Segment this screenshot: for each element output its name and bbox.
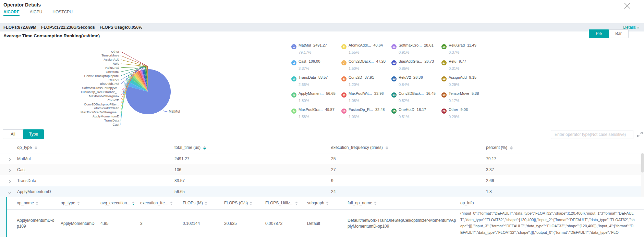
- legend-op-percent: 1.58%: [291, 115, 335, 119]
- legend-op-value: 37.91: [365, 75, 374, 79]
- detail-col-op-info[interactable]: op_info: [460, 201, 474, 205]
- close-icon[interactable]: [623, 2, 631, 10]
- detail-col-flops-gs[interactable]: FLOPS (G/s): [224, 201, 252, 205]
- detail-col-op-type[interactable]: op_type: [61, 201, 80, 205]
- legend-op-value: 33.96: [374, 91, 384, 95]
- expand-chevron-icon[interactable]: [8, 157, 12, 161]
- legend-rank-badge: 12: [391, 60, 397, 65]
- tab-aicpu[interactable]: AICPU: [30, 10, 42, 16]
- detail-cell-execution-frequency: 3: [140, 210, 143, 237]
- cell-total-time: 83.57: [174, 178, 185, 183]
- legend-item-TensorMove[interactable]: 19TensorMove5.380.17%: [441, 91, 479, 103]
- legend-item-BiasAddGrad[interactable]: 12BiasAddGra...26.730.85%: [391, 59, 434, 71]
- tab-aicore[interactable]: AICORE: [3, 10, 20, 16]
- fullscreen-icon[interactable]: [637, 131, 643, 138]
- sort-icon: [326, 202, 329, 205]
- legend-item-Conv2D[interactable]: 8Conv2D37.911.20%: [341, 75, 374, 87]
- pie-label-Conv2D: Conv2D: [108, 98, 119, 102]
- collapse-chevron-icon[interactable]: [8, 190, 12, 194]
- legend-rank-badge: 2: [291, 60, 296, 65]
- legend-item-SoftmaxCrossEntropyW...[interactable]: 11SoftmaxCro...28.610.91%: [391, 43, 434, 54]
- pie-label-BiasAddGrad: BiasAddGrad: [100, 82, 119, 86]
- legend-item-Cast[interactable]: 2Cast106.003.37%: [291, 59, 320, 71]
- legend-item-Other[interactable]: 20Other9.030.29%: [441, 107, 468, 119]
- filter-type-button[interactable]: Type: [23, 129, 44, 139]
- legend-item-ApplyMomentumD[interactable]: 4ApplyMomen...56.651.80%: [291, 91, 336, 103]
- bar-toggle-button[interactable]: Bar: [609, 29, 629, 38]
- legend-rank-badge: 3: [291, 76, 296, 81]
- legend-rank-badge: 14: [391, 92, 397, 98]
- legend-item-MaxPoolWithArgmax[interactable]: 9MaxPoolWit...33.961.08%: [341, 91, 384, 103]
- legend-rank-badge: 19: [441, 92, 447, 98]
- legend-op-name: TransData: [299, 75, 316, 79]
- legend-rank-badge: 5: [291, 109, 296, 114]
- legend-rank-badge: 9: [341, 92, 347, 98]
- detail-cell-subgraph: Default: [307, 210, 320, 237]
- sort-icon: [36, 202, 38, 205]
- legend-item-AssignAdd[interactable]: 18AssignAdd9.150.29%: [441, 75, 476, 87]
- legend-op-name: BiasAddGra...: [399, 59, 422, 63]
- legend-op-value: 48.64: [373, 43, 383, 47]
- legend-item-Relu[interactable]: 17Relu9.770.31%: [441, 59, 466, 71]
- cell-op-type: Cast: [17, 167, 26, 172]
- expand-chevron-icon[interactable]: [8, 168, 12, 172]
- legend-op-name: FusionOp_R...: [349, 107, 373, 112]
- table-row-transdata[interactable]: TransData 83.57 9 2.66: [0, 175, 644, 186]
- filter-all-button[interactable]: All: [3, 129, 23, 139]
- details-link[interactable]: Details »: [623, 25, 639, 30]
- col-header-total-time[interactable]: total_time (us): [174, 145, 206, 150]
- detail-cell-op-info: {"input_0":{"format":"DEFAULT","data_typ…: [460, 210, 636, 235]
- cell-op-type: ApplyMomentumD: [17, 189, 51, 194]
- detail-col-execution-frequency[interactable]: execution_fre...: [140, 201, 173, 205]
- col-label: op_type: [61, 201, 75, 205]
- legend-item-AtomicAddrClean[interactable]: 6AtomicAddr...48.641.55%: [341, 43, 383, 54]
- cell-total-time: 106: [174, 167, 181, 172]
- legend-item-MaxPoolGradWithArgma...[interactable]: 5MaxPoolGra...49.871.58%: [291, 107, 335, 119]
- detail-col-flops-m[interactable]: FLOPs (M): [183, 201, 207, 205]
- legend-op-name: OneHotD: [399, 107, 414, 112]
- detail-col-subgraph[interactable]: subgraph: [307, 201, 329, 205]
- legend-op-percent: 1.50%: [341, 66, 386, 71]
- legend-item-TransData[interactable]: 3TransData83.572.66%: [291, 75, 328, 87]
- tab-hostcpu[interactable]: HOSTCPU: [52, 10, 73, 16]
- pie-toggle-button[interactable]: Pie: [589, 29, 609, 38]
- operator-search-input[interactable]: [551, 130, 633, 139]
- col-header-execution-frequency[interactable]: execution_frequency (times): [331, 145, 388, 150]
- legend-op-name: Conv2D: [349, 75, 362, 79]
- cell-frequency: 24: [331, 189, 336, 194]
- legend-op-name: Other: [449, 107, 458, 112]
- legend-item-ReluV2[interactable]: 13ReluV226.360.84%: [391, 75, 423, 87]
- detail-col-full-op-name[interactable]: full_op_name: [348, 201, 377, 205]
- legend-item-ReluGrad[interactable]: 16ReluGrad11.490.37%: [441, 43, 476, 54]
- col-label: total_time (us): [174, 145, 201, 150]
- col-label: full_op_name: [348, 201, 372, 205]
- col-header-percent[interactable]: percent (%): [486, 145, 513, 150]
- sort-icon: [386, 146, 388, 150]
- detail-col-flops-utilization[interactable]: FLOPS_Utiliz...: [265, 201, 298, 205]
- table-scrollbar[interactable]: [641, 153, 644, 197]
- col-header-op-type[interactable]: op_type: [17, 145, 37, 150]
- table-row-matmul[interactable]: MatMul 2491.27 25 79.17: [0, 153, 644, 164]
- legend-op-name: MaxPoolWit...: [349, 91, 372, 95]
- sort-icon-desc-active: [132, 202, 135, 205]
- legend-rank-badge: 11: [391, 44, 397, 49]
- flops-summary-bar: FLOPs:872.689M FLOPS:1722.236G/Seconds F…: [0, 23, 644, 31]
- legend-item-Conv2DBackpropInputD[interactable]: 14Conv2DBack...16.450.52%: [391, 91, 436, 103]
- legend-rank-badge: 13: [391, 76, 397, 81]
- legend-item-MatMul[interactable]: 1MatMul2491.2779.17%: [291, 43, 327, 54]
- expanded-detail-section: op_name op_type avg_execution... executi…: [0, 197, 644, 237]
- legend-item-Conv2DBackpropFilter...[interactable]: 7Conv2DBack...47.201.50%: [341, 59, 386, 71]
- expand-chevron-icon[interactable]: [8, 179, 12, 183]
- detail-col-op-name[interactable]: op_name: [17, 201, 38, 205]
- flops-usage: FLOPS Usage:0.056%: [100, 25, 142, 30]
- scrollbar-thumb[interactable]: [641, 153, 644, 173]
- legend-op-percent: 0.91%: [391, 50, 434, 54]
- detail-accent-bar: [6, 197, 7, 237]
- legend-item-FusionOp_ReluGradV2_...[interactable]: 10FusionOp_R...32.481.03%: [341, 107, 385, 119]
- detail-col-avg-execution[interactable]: avg_execution...: [100, 201, 135, 205]
- table-filter-buttons: All Type: [3, 129, 44, 139]
- legend-item-OneHotD[interactable]: 15OneHotD16.170.51%: [391, 107, 426, 119]
- table-row-applymomentumd[interactable]: ApplyMomentumD 56.65 24 1.8: [0, 186, 644, 197]
- table-row-cast[interactable]: Cast 106 27 3.37: [0, 164, 644, 175]
- sort-icon: [295, 202, 298, 205]
